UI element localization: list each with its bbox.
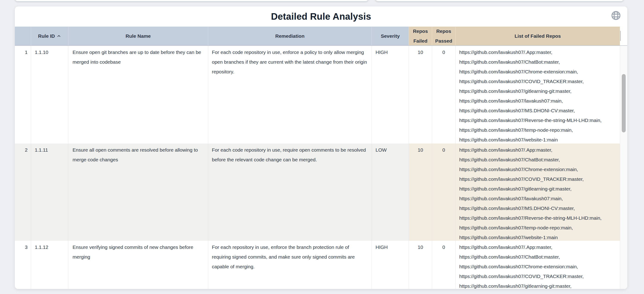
cell-repos-failed: 10 — [409, 46, 432, 144]
header-scrollbar-stub — [620, 31, 621, 41]
column-header-rule-name[interactable]: Rule Name — [68, 27, 208, 45]
column-header-list-of-failed-repos[interactable]: List of Failed Repos — [455, 27, 620, 45]
column-header-rule-id[interactable]: Rule ID — [31, 27, 68, 45]
page-background: { "card": { "title": "Detailed Rule Anal… — [0, 0, 644, 294]
cell-repos-passed: 0 — [432, 241, 455, 289]
cell-rule-id: 1.1.12 — [31, 241, 68, 289]
cell-row-index: 3 — [15, 241, 31, 289]
cell-rule-name: Ensure verifying signed commits of new c… — [68, 241, 208, 289]
vertical-scrollbar-track[interactable] — [620, 46, 627, 289]
cell-rule-name: Ensure open git branches are up to date … — [68, 46, 208, 144]
cell-row-index: 2 — [15, 144, 31, 241]
table-row: 2 1.1.11 Ensure all open comments are re… — [15, 144, 627, 241]
header-scrollbar-gutter — [620, 27, 627, 45]
cell-list-of-failed-repos: https://github.com/lavakush07/.App:maste… — [455, 241, 620, 289]
cell-remediation: For each code repository in use, require… — [208, 144, 372, 241]
column-header-rule-id-label: Rule ID — [38, 31, 55, 41]
cell-severity: HIGH — [372, 241, 409, 289]
column-header-index[interactable] — [15, 27, 31, 45]
cell-rule-id: 1.1.11 — [31, 144, 68, 241]
cell-list-of-failed-repos: https://github.com/lavakush07/.App:maste… — [455, 144, 620, 241]
partial-card-top-right — [375, 0, 624, 1]
vertical-scrollbar-thumb[interactable] — [622, 74, 626, 133]
detailed-rule-analysis-card: Detailed Rule Analysis Rule ID Rule Nam — [15, 6, 627, 289]
column-header-remediation[interactable]: Remediation — [208, 27, 372, 45]
cell-remediation: For each repository in use, enforce the … — [208, 241, 372, 289]
partial-card-top-left — [15, 0, 368, 1]
cell-repos-failed: 10 — [409, 241, 432, 289]
cell-row-index: 1 — [15, 46, 31, 144]
column-header-severity[interactable]: Severity — [372, 27, 409, 45]
cell-repos-passed: 0 — [432, 144, 455, 241]
cell-repos-passed: 0 — [432, 46, 455, 144]
page-title: Detailed Rule Analysis — [15, 6, 627, 27]
table-row: 1 1.1.10 Ensure open git branches are up… — [15, 46, 627, 144]
cell-repos-failed: 10 — [409, 144, 432, 241]
cell-remediation: For each code repository in use, enforce… — [208, 46, 372, 144]
table-header-row: Rule ID Rule Name Remediation Severity R… — [15, 27, 627, 46]
cell-severity: LOW — [372, 144, 409, 241]
cell-rule-id: 1.1.10 — [31, 46, 68, 144]
sort-ascending-icon — [56, 34, 61, 38]
cell-rule-name: Ensure all open comments are resolved be… — [68, 144, 208, 241]
table-row: 3 1.1.12 Ensure verifying signed commits… — [15, 241, 627, 289]
cell-severity: HIGH — [372, 46, 409, 144]
cell-list-of-failed-repos: https://github.com/lavakush07/.App:maste… — [455, 46, 620, 144]
globe-icon[interactable] — [610, 10, 621, 21]
card-header: Detailed Rule Analysis — [15, 6, 627, 27]
column-header-repos-passed[interactable]: Repos Passed — [432, 27, 455, 45]
column-header-repos-failed[interactable]: Repos Failed — [409, 27, 432, 45]
rule-analysis-table: Rule ID Rule Name Remediation Severity R… — [15, 27, 627, 289]
